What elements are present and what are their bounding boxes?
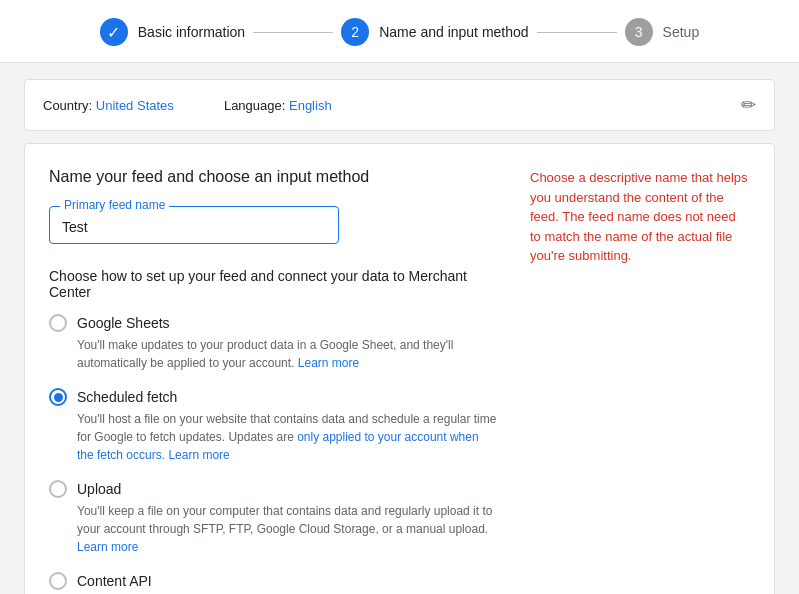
radio-option-content-api: Content API The Content API for Shopping…	[49, 572, 498, 594]
info-bar-content: Country: United States Language: English	[43, 98, 332, 113]
radio-desc-scheduled-fetch: You'll host a file on your website that …	[49, 410, 498, 464]
learn-more-scheduled-fetch[interactable]: Learn more	[168, 448, 229, 462]
radio-row-scheduled-fetch[interactable]: Scheduled fetch	[49, 388, 498, 406]
step-circle-2: 2	[341, 18, 369, 46]
step-circle-1: ✓	[100, 18, 128, 46]
separator	[193, 98, 204, 113]
radio-content-api[interactable]	[49, 572, 67, 590]
radio-option-scheduled-fetch: Scheduled fetch You'll host a file on yo…	[49, 388, 498, 464]
radio-desc-upload: You'll keep a file on your computer that…	[49, 502, 498, 556]
feed-name-input[interactable]	[62, 219, 326, 235]
feed-name-input-wrapper: Primary feed name	[49, 206, 339, 244]
language-label: Language:	[224, 98, 285, 113]
radio-label-google-sheets: Google Sheets	[77, 315, 170, 331]
card-title: Name your feed and choose an input metho…	[49, 168, 498, 186]
step-number-2: 2	[351, 24, 359, 40]
step-circle-3: 3	[625, 18, 653, 46]
language-value: English	[289, 98, 332, 113]
radio-label-content-api: Content API	[77, 573, 152, 589]
checkmark-icon: ✓	[107, 23, 120, 42]
radio-row-upload[interactable]: Upload	[49, 480, 498, 498]
step-basic-information: ✓ Basic information	[100, 18, 245, 46]
radio-option-upload: Upload You'll keep a file on your comput…	[49, 480, 498, 556]
step-name-input-method: 2 Name and input method	[341, 18, 528, 46]
radio-google-sheets[interactable]	[49, 314, 67, 332]
helper-text: Choose a descriptive name that helps you…	[530, 168, 750, 266]
country-value: United States	[96, 98, 174, 113]
step-setup: 3 Setup	[625, 18, 700, 46]
country-label: Country:	[43, 98, 92, 113]
main-card: Name your feed and choose an input metho…	[24, 143, 775, 594]
section-title: Choose how to set up your feed and conne…	[49, 268, 498, 300]
radio-scheduled-fetch[interactable]	[49, 388, 67, 406]
radio-row-google-sheets[interactable]: Google Sheets	[49, 314, 498, 332]
radio-upload[interactable]	[49, 480, 67, 498]
card-left: Name your feed and choose an input metho…	[49, 168, 498, 594]
step-number-3: 3	[635, 24, 643, 40]
card-right: Choose a descriptive name that helps you…	[530, 168, 750, 594]
step-label-1: Basic information	[138, 24, 245, 40]
card-columns: Name your feed and choose an input metho…	[49, 168, 750, 594]
stepper: ✓ Basic information 2 Name and input met…	[0, 0, 799, 63]
radio-row-content-api[interactable]: Content API	[49, 572, 498, 590]
step-label-2: Name and input method	[379, 24, 528, 40]
learn-more-google-sheets[interactable]: Learn more	[298, 356, 359, 370]
step-connector-1	[253, 32, 333, 33]
radio-option-google-sheets: Google Sheets You'll make updates to you…	[49, 314, 498, 372]
learn-more-upload[interactable]: Learn more	[77, 540, 138, 554]
step-connector-2	[537, 32, 617, 33]
radio-desc-text-google-sheets: You'll make updates to your product data…	[77, 338, 453, 370]
radio-desc-google-sheets: You'll make updates to your product data…	[49, 336, 498, 372]
radio-label-upload: Upload	[77, 481, 121, 497]
radio-label-scheduled-fetch: Scheduled fetch	[77, 389, 177, 405]
step-label-3: Setup	[663, 24, 700, 40]
feed-name-label: Primary feed name	[60, 198, 169, 212]
radio-desc-text-upload: You'll keep a file on your computer that…	[77, 504, 492, 536]
edit-icon[interactable]: ✏	[741, 94, 756, 116]
info-bar: Country: United States Language: English…	[24, 79, 775, 131]
